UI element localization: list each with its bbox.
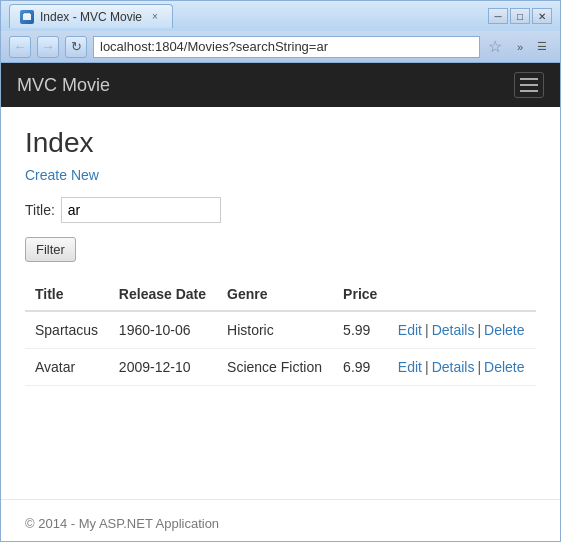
- address-bar-row: ← → ↻ ☆ » ☰: [1, 31, 560, 63]
- page-content: MVC Movie Index Create New Title: Filter: [1, 63, 560, 541]
- cell-actions: Edit | Details | Delete: [388, 311, 536, 349]
- title-bar: Index - MVC Movie × ─ □ ✕: [1, 1, 560, 31]
- action-edit-link[interactable]: Edit: [398, 359, 422, 375]
- cell-genre: Science Fiction: [217, 349, 333, 386]
- tab-close-button[interactable]: ×: [148, 10, 162, 24]
- bookmark-icon[interactable]: ☆: [486, 37, 504, 56]
- action-links: Edit | Details | Delete: [398, 359, 526, 375]
- table-header: Title Release Date Genre Price: [25, 278, 536, 311]
- filter-row: Title:: [25, 197, 536, 223]
- col-release-date: Release Date: [109, 278, 217, 311]
- col-price: Price: [333, 278, 388, 311]
- action-delete-link[interactable]: Delete: [484, 322, 524, 338]
- restore-button[interactable]: □: [510, 8, 530, 24]
- menu-button[interactable]: ☰: [532, 37, 552, 57]
- page-title: Index: [25, 127, 536, 159]
- col-actions: [388, 278, 536, 311]
- filter-input[interactable]: [61, 197, 221, 223]
- table-body: Spartacus1960-10-06Historic5.99Edit | De…: [25, 311, 536, 386]
- filter-label: Title:: [25, 202, 55, 218]
- table-row: Spartacus1960-10-06Historic5.99Edit | De…: [25, 311, 536, 349]
- col-genre: Genre: [217, 278, 333, 311]
- cell-price: 5.99: [333, 311, 388, 349]
- extensions-button[interactable]: »: [510, 37, 530, 57]
- cell-genre: Historic: [217, 311, 333, 349]
- footer-text: © 2014 - My ASP.NET Application: [25, 516, 219, 531]
- cell-price: 6.99: [333, 349, 388, 386]
- tab-icon: [20, 10, 34, 24]
- action-separator: |: [425, 359, 429, 375]
- cell-actions: Edit | Details | Delete: [388, 349, 536, 386]
- action-links: Edit | Details | Delete: [398, 322, 526, 338]
- cell-release-date: 1960-10-06: [109, 311, 217, 349]
- create-new-link[interactable]: Create New: [25, 167, 99, 183]
- cell-title: Avatar: [25, 349, 109, 386]
- browser-window: Index - MVC Movie × ─ □ ✕ ← → ↻ ☆ » ☰ MV…: [0, 0, 561, 542]
- cell-title: Spartacus: [25, 311, 109, 349]
- extra-buttons: » ☰: [510, 37, 552, 57]
- action-separator: |: [477, 359, 481, 375]
- tab-label: Index - MVC Movie: [40, 10, 142, 24]
- navbar-toggle-button[interactable]: [514, 72, 544, 98]
- action-delete-link[interactable]: Delete: [484, 359, 524, 375]
- address-input[interactable]: [93, 36, 480, 58]
- hamburger-line-3: [520, 90, 538, 92]
- action-details-link[interactable]: Details: [432, 359, 475, 375]
- hamburger-line-1: [520, 78, 538, 80]
- footer: © 2014 - My ASP.NET Application: [1, 499, 560, 541]
- window-controls: ─ □ ✕: [488, 8, 552, 24]
- hamburger-line-2: [520, 84, 538, 86]
- action-edit-link[interactable]: Edit: [398, 322, 422, 338]
- table-row: Avatar2009-12-10Science Fiction6.99Edit …: [25, 349, 536, 386]
- main-content: Index Create New Title: Filter Title Rel…: [1, 107, 560, 499]
- minimize-button[interactable]: ─: [488, 8, 508, 24]
- cell-release-date: 2009-12-10: [109, 349, 217, 386]
- action-separator: |: [425, 322, 429, 338]
- forward-button[interactable]: →: [37, 36, 59, 58]
- table-header-row: Title Release Date Genre Price: [25, 278, 536, 311]
- navbar: MVC Movie: [1, 63, 560, 107]
- action-separator: |: [477, 322, 481, 338]
- svg-rect-1: [24, 13, 30, 15]
- back-button[interactable]: ←: [9, 36, 31, 58]
- browser-tab[interactable]: Index - MVC Movie ×: [9, 4, 173, 28]
- filter-form: Title: Filter: [25, 197, 536, 262]
- refresh-button[interactable]: ↻: [65, 36, 87, 58]
- col-title: Title: [25, 278, 109, 311]
- action-details-link[interactable]: Details: [432, 322, 475, 338]
- close-button[interactable]: ✕: [532, 8, 552, 24]
- movies-table: Title Release Date Genre Price Spartacus…: [25, 278, 536, 386]
- navbar-brand: MVC Movie: [17, 75, 514, 96]
- filter-button[interactable]: Filter: [25, 237, 76, 262]
